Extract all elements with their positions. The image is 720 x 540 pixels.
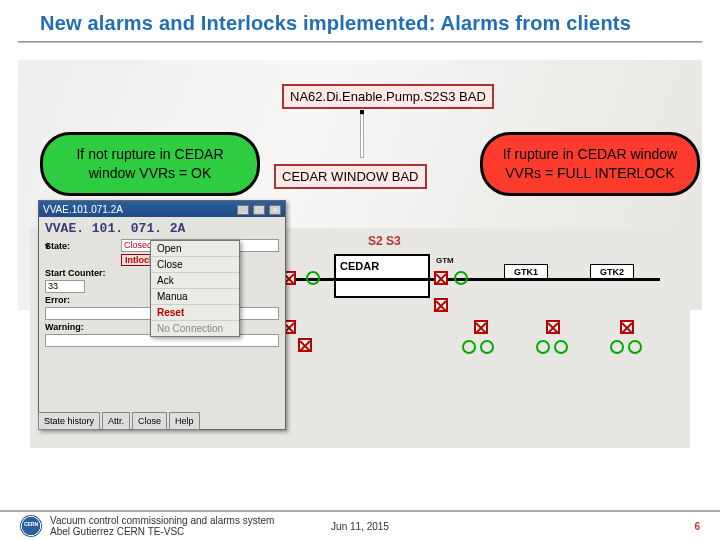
menu-ack[interactable]: Ack <box>151 273 239 289</box>
error-label: Error: <box>45 295 117 305</box>
menu-open[interactable]: Open <box>151 241 239 257</box>
dialog-button-row: State history Attr. Close Help <box>38 412 200 430</box>
start-counter-label: Start Counter: <box>45 268 135 278</box>
page-number: 6 <box>694 521 700 532</box>
valve-icon <box>434 271 448 285</box>
help-button[interactable]: Help <box>169 412 200 430</box>
close-button[interactable]: Close <box>132 412 167 430</box>
menu-manual[interactable]: Manua <box>151 289 239 305</box>
valve-icon <box>298 338 312 352</box>
chevron-icon[interactable]: ▾ <box>45 241 57 251</box>
start-counter-value: 33 <box>45 280 85 293</box>
connector-gap <box>360 114 364 158</box>
state-history-button[interactable]: State history <box>38 412 100 430</box>
gauge-ok-icon <box>610 340 624 354</box>
warning-label: Warning: <box>45 322 117 332</box>
condition-interlock: If rupture in CEDAR window VVRs = FULL I… <box>480 132 700 196</box>
footer-line1: Vacuum control commissioning and alarms … <box>50 515 274 526</box>
menu-reset[interactable]: Reset <box>151 305 239 321</box>
cern-logo-icon <box>20 515 42 537</box>
gauge-ok-icon <box>462 340 476 354</box>
slide-footer: Vacuum control commissioning and alarms … <box>0 510 720 540</box>
gauge-ok-icon <box>454 271 468 285</box>
gauge-ok-icon <box>554 340 568 354</box>
footer-left: Vacuum control commissioning and alarms … <box>20 515 274 537</box>
dialog-titlebar[interactable]: VVAE.101.071.2A _ □ × <box>39 201 285 217</box>
minimize-icon[interactable]: _ <box>237 205 249 215</box>
footer-credits: Vacuum control commissioning and alarms … <box>50 515 274 537</box>
context-menu[interactable]: Open Close Ack Manua Reset No Connection <box>150 240 240 337</box>
attr-button[interactable]: Attr. <box>102 412 130 430</box>
alarm-bad-pump: NA62.Di.Enable.Pump.S2S3 BAD <box>282 84 494 109</box>
valve-icon <box>620 320 634 334</box>
menu-noconn[interactable]: No Connection <box>151 321 239 336</box>
s2s3-label: S2 S3 <box>368 234 401 248</box>
valve-icon <box>474 320 488 334</box>
window-buttons: _ □ × <box>236 203 281 215</box>
gauge-ok-icon <box>480 340 494 354</box>
dialog-title-text: VVAE.101.071.2A <box>43 204 123 215</box>
slide: New alarms and Interlocks implemented: A… <box>0 0 720 540</box>
alarm-cedar-window: CEDAR WINDOW BAD <box>274 164 427 189</box>
title-divider <box>18 41 702 43</box>
footer-date: Jun 11, 2015 <box>331 521 389 532</box>
menu-close[interactable]: Close <box>151 257 239 273</box>
gtm-label: GTM <box>436 256 454 265</box>
valve-icon <box>434 298 448 312</box>
maximize-icon[interactable]: □ <box>253 205 265 215</box>
gauge-ok-icon <box>628 340 642 354</box>
device-name: VVAE. 101. 071. 2A <box>39 217 285 238</box>
cedar-box: CEDAR <box>334 254 430 298</box>
gauge-ok-icon <box>306 271 320 285</box>
close-icon[interactable]: × <box>269 205 281 215</box>
valve-icon <box>546 320 560 334</box>
footer-line2: Abel Gutierrez CERN TE-VSC <box>50 526 274 537</box>
condition-ok: If not rupture in CEDAR window VVRs = OK <box>40 132 260 196</box>
gauge-ok-icon <box>536 340 550 354</box>
slide-title: New alarms and Interlocks implemented: A… <box>0 0 720 41</box>
